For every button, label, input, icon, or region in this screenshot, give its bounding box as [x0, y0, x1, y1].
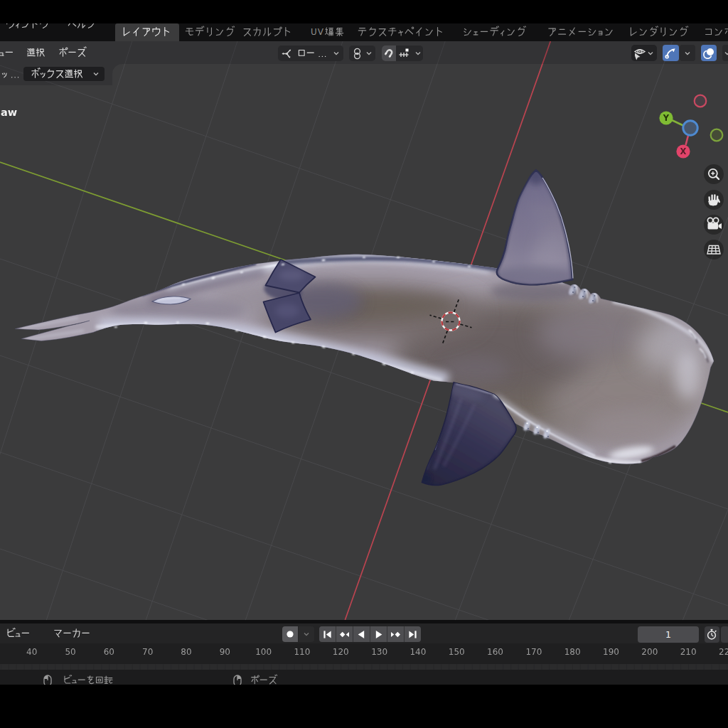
- svg-text:V: V: [318, 27, 324, 37]
- record-dropdown[interactable]: [299, 626, 314, 642]
- record-group: [282, 626, 314, 642]
- visibility-dropdown[interactable]: [631, 45, 657, 61]
- play-forward-icon: [373, 628, 385, 641]
- ruler-frame-label: 210: [680, 647, 697, 657]
- overlays-dropdown[interactable]: [722, 45, 728, 61]
- chevron-down-icon: [365, 50, 373, 57]
- auto-keying-dropdown[interactable]: [721, 626, 728, 643]
- show-overlays-toggle[interactable]: [701, 45, 717, 61]
- timeline-tracks[interactable]: [0, 664, 728, 670]
- tool-label-cut: [1, 69, 18, 80]
- menu-select[interactable]: [26, 48, 46, 58]
- prev-keyframe-button[interactable]: [336, 626, 353, 642]
- ruler-frame-label: 150: [449, 647, 465, 657]
- ruler-frame-label: 60: [104, 647, 114, 657]
- show-gizmo-toggle[interactable]: [663, 45, 679, 61]
- ruler-frame-label: 220: [719, 647, 728, 657]
- next-keyframe-icon: [390, 628, 402, 641]
- mouse-left-drag-icon: [43, 675, 52, 685]
- ruler-frame-label: 50: [65, 647, 75, 657]
- gizmo-y-label: Y: [663, 113, 670, 123]
- play-reverse-button[interactable]: [353, 626, 370, 642]
- chevron-down-icon: [647, 50, 654, 57]
- viewport-3d[interactable]: [0, 41, 728, 620]
- pivot-point-dropdown[interactable]: [349, 46, 375, 61]
- chevron-down-icon: [303, 631, 310, 638]
- tab-rendering[interactable]: [628, 23, 690, 41]
- timeline-ruler[interactable]: 4050607080901001101201301401501601701801…: [0, 643, 728, 664]
- gizmo-dropdown[interactable]: [680, 45, 695, 61]
- gizmo-y-ball[interactable]: Y: [659, 111, 673, 124]
- tab-shading[interactable]: [464, 23, 528, 41]
- statusbar: [0, 670, 728, 685]
- menu-pose[interactable]: [58, 48, 87, 58]
- playback-controls: [319, 626, 421, 642]
- chevron-down-icon: [724, 50, 728, 57]
- camera-view-button[interactable]: [704, 215, 724, 235]
- ruler-frame-label: 200: [641, 647, 658, 657]
- eye-cursor-icon: [633, 46, 647, 60]
- ruler-frame-label: 90: [220, 647, 230, 657]
- ruler-frame-label: 80: [181, 647, 191, 657]
- ruler-frame-label: 140: [410, 647, 426, 657]
- topbar: UV ジ: [0, 23, 728, 41]
- gizmo-x-ball[interactable]: X: [676, 144, 690, 158]
- ruler-frame-label: 160: [487, 647, 503, 657]
- navigation-gizmo[interactable]: Y X: [640, 89, 728, 168]
- chevron-down-icon: [333, 50, 340, 57]
- ruler-frame-label: 70: [142, 647, 153, 657]
- tab-sculpting[interactable]: [240, 23, 296, 41]
- overlays-spheres-icon: [702, 47, 715, 60]
- play-button[interactable]: [370, 626, 387, 642]
- magnet-icon: [383, 48, 395, 59]
- tab-modeling[interactable]: [185, 23, 236, 41]
- tab-texture-paint[interactable]: [359, 23, 444, 41]
- record-button[interactable]: [282, 626, 298, 642]
- menu-window[interactable]: [6, 23, 50, 29]
- menu-view[interactable]: [0, 48, 16, 58]
- jump-to-end-button[interactable]: [405, 626, 421, 642]
- pivot-median-icon: [351, 48, 363, 60]
- zoom-button[interactable]: [704, 164, 724, 184]
- timeline-menu-marker[interactable]: [53, 628, 92, 639]
- ruler-frame-label: 110: [294, 647, 310, 657]
- tab-layout[interactable]: [115, 23, 179, 41]
- current-frame-field[interactable]: 1: [638, 626, 699, 643]
- record-dot-icon: [286, 630, 294, 638]
- gizmo-neg-y-ball[interactable]: [711, 129, 723, 141]
- stopwatch-icon: [706, 628, 718, 641]
- jump-to-end-icon: [407, 628, 419, 641]
- ruler-frame-label: 100: [255, 647, 272, 657]
- chevron-down-icon: [414, 50, 422, 57]
- statusbar-hint-pose: [250, 675, 279, 685]
- tab-uv-editing[interactable]: UV: [310, 23, 347, 41]
- menu-help[interactable]: [68, 23, 97, 29]
- chevron-down-icon: [684, 50, 691, 57]
- gizmo-z-ball[interactable]: [683, 121, 697, 135]
- ruler-frame-label: 180: [564, 647, 581, 657]
- toggle-ortho-button[interactable]: [704, 240, 724, 259]
- mouse-middle-icon: [233, 675, 242, 685]
- orientation-global-icon: [281, 48, 292, 59]
- active-tool-dropdown[interactable]: [23, 67, 105, 81]
- transform-orientation-dropdown[interactable]: [278, 46, 343, 61]
- snap-toggle-button[interactable]: [382, 46, 396, 61]
- ruler-frame-label: 170: [525, 647, 542, 657]
- blender-window: UV ジ: [0, 0, 728, 728]
- pan-button[interactable]: [704, 190, 724, 210]
- tab-animation[interactable]: [548, 23, 615, 41]
- ruler-frame-label: 130: [371, 647, 387, 657]
- jump-to-start-icon: [321, 628, 333, 641]
- snap-target-dropdown[interactable]: [397, 46, 423, 61]
- timeline-menu-view[interactable]: [6, 628, 32, 639]
- prev-keyframe-icon: [338, 628, 350, 641]
- gizmo-neg-x-ball[interactable]: [695, 95, 707, 107]
- statusbar-hint-rotate: [63, 675, 114, 685]
- next-keyframe-button[interactable]: [387, 626, 404, 642]
- svg-text:U: U: [311, 27, 317, 37]
- gizmo-x-label: X: [680, 146, 687, 156]
- snap-controls: [382, 46, 423, 61]
- auto-keying-button[interactable]: [705, 626, 719, 643]
- jump-to-start-button[interactable]: [319, 626, 336, 642]
- tab-compositing[interactable]: ジ: [704, 23, 728, 41]
